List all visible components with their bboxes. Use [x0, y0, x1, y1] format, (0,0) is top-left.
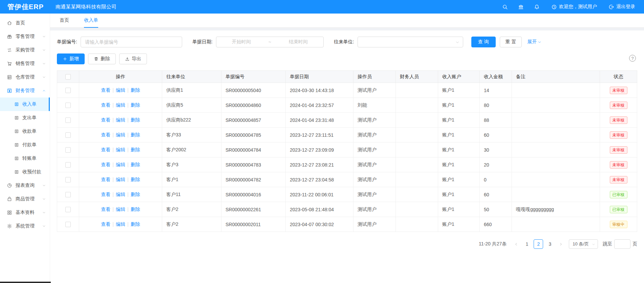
sidebar-subitem[interactable]: 收入单: [0, 97, 50, 111]
sidebar-item[interactable]: 商品管理: [0, 192, 50, 206]
select-all-checkbox[interactable]: [65, 74, 71, 80]
logout-button[interactable]: 退出登录: [608, 4, 635, 10]
delete-link[interactable]: 删除: [131, 102, 140, 108]
doc-icon: [14, 129, 19, 134]
search-button[interactable]: 查 询: [471, 37, 496, 47]
sidebar-subitem[interactable]: 付款单: [0, 138, 50, 152]
row-actions-cell: 查看|编辑|删除: [79, 98, 162, 113]
page-number[interactable]: 1: [522, 239, 532, 249]
chevron-down-icon: [592, 243, 595, 246]
edit-link[interactable]: 编辑: [116, 177, 125, 182]
sidebar-item[interactable]: 零售管理: [0, 30, 50, 43]
view-link[interactable]: 查看: [101, 102, 110, 108]
sidebar-item[interactable]: 采购管理: [0, 43, 50, 57]
action-separator: |: [110, 162, 116, 167]
view-link[interactable]: 查看: [101, 177, 110, 182]
row-checkbox[interactable]: [65, 207, 71, 212]
edit-link[interactable]: 编辑: [116, 221, 125, 227]
view-link[interactable]: 查看: [101, 117, 110, 123]
view-link[interactable]: 查看: [101, 147, 110, 152]
column-header: 收入金额: [480, 71, 512, 83]
partner-select[interactable]: [358, 37, 463, 47]
sidebar-subitem[interactable]: 支出单: [0, 111, 50, 125]
bell-icon[interactable]: [534, 4, 540, 10]
edit-link[interactable]: 编辑: [116, 102, 125, 108]
date-start-placeholder[interactable]: 开始时间: [216, 39, 266, 45]
sidebar-item[interactable]: 财务管理: [0, 84, 50, 97]
page-number[interactable]: 2: [534, 239, 543, 249]
delete-link[interactable]: 删除: [131, 221, 140, 227]
delete-link[interactable]: 删除: [131, 206, 140, 212]
row-checkbox[interactable]: [65, 147, 71, 153]
cell-partner: 客户2: [162, 202, 221, 217]
view-link[interactable]: 查看: [101, 221, 110, 227]
edit-link[interactable]: 编辑: [116, 206, 125, 212]
page-number[interactable]: 3: [545, 239, 555, 249]
row-checkbox[interactable]: [65, 132, 71, 138]
delete-link[interactable]: 删除: [131, 162, 140, 167]
delete-link[interactable]: 删除: [131, 177, 140, 182]
search-icon[interactable]: [502, 4, 508, 10]
cell-status: 未审核: [600, 83, 637, 98]
sidebar-item[interactable]: 首页: [0, 16, 50, 30]
row-checkbox[interactable]: [65, 177, 71, 182]
edit-link[interactable]: 编辑: [116, 117, 125, 123]
row-checkbox[interactable]: [65, 88, 71, 93]
add-button[interactable]: 新增: [57, 53, 85, 64]
edit-link[interactable]: 编辑: [116, 147, 125, 152]
cell-date-text: 2023-12-27 23:09:09: [290, 147, 334, 153]
date-range-picker[interactable]: 开始时间 ~ 结束时间: [216, 37, 324, 47]
row-checkbox[interactable]: [65, 162, 71, 168]
prev-page-button[interactable]: [512, 239, 520, 249]
view-link[interactable]: 查看: [101, 206, 110, 212]
jump-input[interactable]: [614, 239, 630, 249]
user-menu[interactable]: 欢迎您，测试用户: [551, 4, 597, 10]
row-checkbox[interactable]: [65, 222, 71, 227]
doc-icon: [14, 156, 19, 161]
delete-link[interactable]: 删除: [131, 147, 140, 152]
delete-link[interactable]: 删除: [131, 192, 140, 197]
view-link[interactable]: 查看: [101, 192, 110, 197]
cell-amount: 60: [480, 128, 512, 143]
sidebar-item[interactable]: 仓库管理: [0, 70, 50, 84]
row-checkbox[interactable]: [65, 103, 71, 108]
expand-link[interactable]: 展开: [527, 39, 541, 45]
view-link[interactable]: 查看: [101, 162, 110, 167]
sidebar-item-label: 零售管理: [16, 34, 35, 40]
help-icon[interactable]: ?: [629, 55, 636, 62]
cell-amount-text: 20: [484, 162, 489, 168]
cell-date: 2023-11-22 00:06:01: [286, 187, 353, 202]
row-checkbox[interactable]: [65, 192, 71, 197]
delete-button[interactable]: 删除: [88, 53, 116, 64]
edit-link[interactable]: 编辑: [116, 132, 125, 137]
chevron-down-icon: [42, 224, 46, 228]
sidebar-item[interactable]: 系统管理: [0, 219, 50, 233]
sidebar-subitem[interactable]: 收款单: [0, 125, 50, 138]
sidebar-subitem-label: 收预付款: [22, 169, 41, 175]
sidebar-subitem[interactable]: 收预付款: [0, 165, 50, 179]
sidebar-subitem[interactable]: 转账单: [0, 152, 50, 165]
sidebar-item[interactable]: 基本资料: [0, 206, 50, 219]
tab[interactable]: 收入单: [84, 14, 98, 28]
delete-link[interactable]: 删除: [131, 117, 140, 123]
export-button[interactable]: 导出: [119, 53, 147, 64]
edit-link[interactable]: 编辑: [116, 162, 125, 167]
row-checkbox[interactable]: [65, 117, 71, 123]
page-size-select[interactable]: 10 条/页: [569, 239, 598, 249]
next-page-button[interactable]: [557, 239, 565, 249]
tab[interactable]: 首页: [60, 14, 69, 28]
cell-bill-no: SR00000004783: [221, 157, 286, 172]
bank-icon[interactable]: [518, 4, 524, 10]
delete-link[interactable]: 删除: [131, 87, 140, 93]
sidebar-item[interactable]: 报表查询: [0, 179, 50, 192]
delete-link[interactable]: 删除: [131, 132, 140, 137]
cell-bill-no-text: SR00000004860: [226, 103, 261, 108]
edit-link[interactable]: 编辑: [116, 192, 125, 197]
edit-link[interactable]: 编辑: [116, 87, 125, 93]
bill-no-input[interactable]: [81, 37, 182, 47]
date-end-placeholder[interactable]: 结束时间: [273, 39, 323, 45]
sidebar-item[interactable]: 销售管理: [0, 57, 50, 70]
view-link[interactable]: 查看: [101, 132, 110, 137]
reset-button[interactable]: 重 置: [500, 37, 522, 47]
view-link[interactable]: 查看: [101, 87, 110, 93]
